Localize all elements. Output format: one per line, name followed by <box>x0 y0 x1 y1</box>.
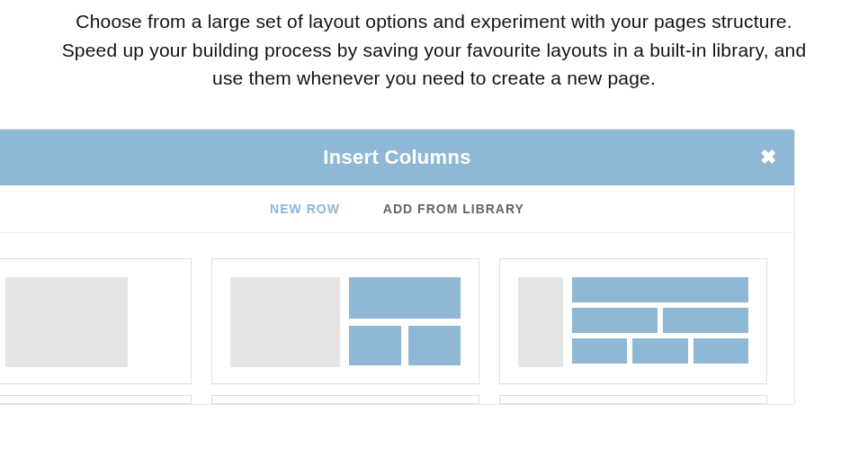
layout-option-4[interactable] <box>0 395 192 404</box>
insert-columns-modal: Insert Columns ✖ NEW ROW ADD FROM LIBRAR… <box>0 129 795 405</box>
intro-text: Choose from a large set of layout option… <box>0 0 868 129</box>
layout-options-row-partial <box>0 395 794 404</box>
layout-option-2[interactable] <box>211 258 479 384</box>
layout-option-5[interactable] <box>211 395 479 404</box>
layout-option-3[interactable] <box>499 258 767 384</box>
layout-option-1[interactable] <box>0 258 192 384</box>
layout-options-row <box>0 233 794 395</box>
modal-title: Insert Columns <box>18 146 776 169</box>
tab-new-row[interactable]: NEW ROW <box>270 202 340 216</box>
tab-add-from-library[interactable]: ADD FROM LIBRARY <box>383 202 524 216</box>
close-icon[interactable]: ✖ <box>760 148 776 167</box>
modal-header: Insert Columns ✖ <box>0 130 794 185</box>
layout-option-6[interactable] <box>499 395 767 404</box>
modal-tabs: NEW ROW ADD FROM LIBRARY <box>0 185 794 233</box>
